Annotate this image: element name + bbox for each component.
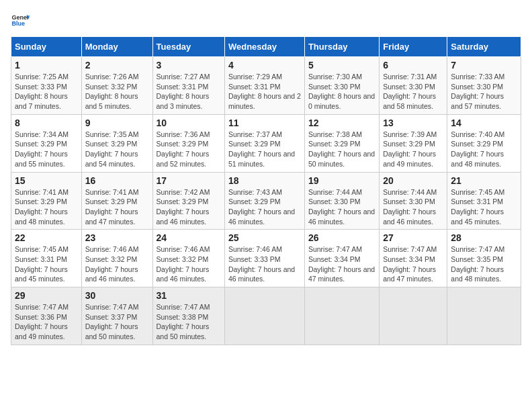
day-detail: Sunrise: 7:42 AM Sunset: 3:29 PM Dayligh…: [157, 187, 221, 227]
calendar-header-monday: Monday: [81, 37, 152, 57]
calendar-cell: 28 Sunrise: 7:47 AM Sunset: 3:35 PM Dayl…: [447, 230, 521, 287]
calendar-cell: 30 Sunrise: 7:47 AM Sunset: 3:37 PM Dayl…: [81, 287, 152, 345]
day-number: 16: [85, 175, 149, 186]
day-detail: Sunrise: 7:38 AM Sunset: 3:29 PM Dayligh…: [308, 130, 375, 169]
day-number: 14: [451, 118, 517, 128]
day-number: 18: [228, 175, 301, 186]
calendar-cell: 12 Sunrise: 7:38 AM Sunset: 3:29 PM Dayl…: [304, 114, 379, 172]
day-number: 2: [85, 60, 149, 71]
day-number: 6: [383, 60, 443, 71]
day-number: 29: [15, 290, 78, 301]
calendar-cell: [380, 287, 447, 345]
day-number: 7: [451, 60, 517, 71]
calendar-cell: 13 Sunrise: 7:39 AM Sunset: 3:29 PM Dayl…: [380, 114, 447, 172]
day-detail: Sunrise: 7:45 AM Sunset: 3:31 PM Dayligh…: [15, 244, 78, 284]
day-number: 3: [157, 60, 221, 71]
calendar-week-row: 15 Sunrise: 7:41 AM Sunset: 3:29 PM Dayl…: [11, 172, 521, 230]
day-number: 23: [85, 232, 149, 243]
calendar-cell: 17 Sunrise: 7:42 AM Sunset: 3:29 PM Dayl…: [152, 172, 224, 230]
calendar-cell: 9 Sunrise: 7:35 AM Sunset: 3:29 PM Dayli…: [81, 114, 152, 172]
day-detail: Sunrise: 7:47 AM Sunset: 3:34 PM Dayligh…: [383, 244, 443, 284]
day-number: 25: [228, 232, 301, 243]
calendar-cell: 19 Sunrise: 7:44 AM Sunset: 3:30 PM Dayl…: [304, 172, 379, 230]
day-number: 30: [85, 290, 149, 301]
calendar-cell: 29 Sunrise: 7:47 AM Sunset: 3:36 PM Dayl…: [11, 287, 82, 345]
day-detail: Sunrise: 7:39 AM Sunset: 3:29 PM Dayligh…: [383, 130, 443, 169]
calendar-cell: 27 Sunrise: 7:47 AM Sunset: 3:34 PM Dayl…: [380, 230, 447, 287]
day-number: 19: [308, 175, 375, 186]
calendar-cell: 14 Sunrise: 7:40 AM Sunset: 3:29 PM Dayl…: [447, 114, 521, 172]
calendar-cell: 5 Sunrise: 7:30 AM Sunset: 3:30 PM Dayli…: [304, 57, 379, 115]
day-number: 21: [451, 175, 517, 186]
day-number: 8: [15, 118, 78, 128]
svg-text:Blue: Blue: [11, 20, 25, 27]
calendar-header-thursday: Thursday: [304, 37, 379, 57]
day-number: 26: [308, 232, 375, 243]
day-number: 31: [157, 290, 221, 301]
day-detail: Sunrise: 7:44 AM Sunset: 3:30 PM Dayligh…: [383, 187, 443, 227]
calendar-week-row: 8 Sunrise: 7:34 AM Sunset: 3:29 PM Dayli…: [11, 114, 521, 172]
day-detail: Sunrise: 7:41 AM Sunset: 3:29 PM Dayligh…: [15, 187, 78, 227]
day-detail: Sunrise: 7:41 AM Sunset: 3:29 PM Dayligh…: [85, 187, 149, 227]
calendar-cell: 20 Sunrise: 7:44 AM Sunset: 3:30 PM Dayl…: [380, 172, 447, 230]
calendar-cell: 10 Sunrise: 7:36 AM Sunset: 3:29 PM Dayl…: [152, 114, 224, 172]
day-number: 17: [157, 175, 221, 186]
day-detail: Sunrise: 7:46 AM Sunset: 3:32 PM Dayligh…: [157, 244, 221, 284]
calendar-cell: 16 Sunrise: 7:41 AM Sunset: 3:29 PM Dayl…: [81, 172, 152, 230]
day-detail: Sunrise: 7:36 AM Sunset: 3:29 PM Dayligh…: [157, 130, 221, 169]
day-number: 13: [383, 118, 443, 128]
day-detail: Sunrise: 7:47 AM Sunset: 3:35 PM Dayligh…: [451, 244, 517, 284]
calendar-header-friday: Friday: [380, 37, 447, 57]
calendar-cell: [304, 287, 379, 345]
calendar-cell: 8 Sunrise: 7:34 AM Sunset: 3:29 PM Dayli…: [11, 114, 82, 172]
calendar-header-saturday: Saturday: [447, 37, 521, 57]
calendar-cell: 24 Sunrise: 7:46 AM Sunset: 3:32 PM Dayl…: [152, 230, 224, 287]
calendar-header-wednesday: Wednesday: [224, 37, 304, 57]
calendar-cell: 15 Sunrise: 7:41 AM Sunset: 3:29 PM Dayl…: [11, 172, 82, 230]
day-number: 10: [157, 118, 221, 128]
logo: General Blue: [11, 11, 30, 30]
calendar-cell: 21 Sunrise: 7:45 AM Sunset: 3:31 PM Dayl…: [447, 172, 521, 230]
calendar-week-row: 1 Sunrise: 7:25 AM Sunset: 3:33 PM Dayli…: [11, 57, 521, 115]
day-number: 11: [228, 118, 301, 128]
day-detail: Sunrise: 7:47 AM Sunset: 3:37 PM Dayligh…: [85, 302, 149, 342]
day-number: 28: [451, 232, 517, 243]
calendar-week-row: 29 Sunrise: 7:47 AM Sunset: 3:36 PM Dayl…: [11, 287, 521, 345]
day-detail: Sunrise: 7:45 AM Sunset: 3:31 PM Dayligh…: [451, 187, 517, 227]
calendar-cell: [447, 287, 521, 345]
calendar-week-row: 22 Sunrise: 7:45 AM Sunset: 3:31 PM Dayl…: [11, 230, 521, 287]
calendar-header-tuesday: Tuesday: [152, 37, 224, 57]
calendar-cell: 2 Sunrise: 7:26 AM Sunset: 3:32 PM Dayli…: [81, 57, 152, 115]
day-number: 1: [15, 60, 78, 71]
calendar-cell: 31 Sunrise: 7:47 AM Sunset: 3:38 PM Dayl…: [152, 287, 224, 345]
day-detail: Sunrise: 7:44 AM Sunset: 3:30 PM Dayligh…: [308, 187, 375, 227]
day-number: 27: [383, 232, 443, 243]
calendar-cell: 4 Sunrise: 7:29 AM Sunset: 3:31 PM Dayli…: [224, 57, 304, 115]
day-number: 22: [15, 232, 78, 243]
calendar-cell: [224, 287, 304, 345]
calendar-cell: 26 Sunrise: 7:47 AM Sunset: 3:34 PM Dayl…: [304, 230, 379, 287]
day-number: 12: [308, 118, 375, 128]
calendar-cell: 25 Sunrise: 7:46 AM Sunset: 3:33 PM Dayl…: [224, 230, 304, 287]
day-detail: Sunrise: 7:37 AM Sunset: 3:29 PM Dayligh…: [228, 130, 301, 169]
calendar-cell: 22 Sunrise: 7:45 AM Sunset: 3:31 PM Dayl…: [11, 230, 82, 287]
day-detail: Sunrise: 7:40 AM Sunset: 3:29 PM Dayligh…: [451, 130, 517, 169]
day-detail: Sunrise: 7:47 AM Sunset: 3:36 PM Dayligh…: [15, 302, 78, 342]
logo-icon: General Blue: [11, 11, 30, 30]
calendar-header-sunday: Sunday: [11, 37, 82, 57]
day-detail: Sunrise: 7:35 AM Sunset: 3:29 PM Dayligh…: [85, 130, 149, 169]
day-number: 24: [157, 232, 221, 243]
calendar-cell: 6 Sunrise: 7:31 AM Sunset: 3:30 PM Dayli…: [380, 57, 447, 115]
calendar-cell: 3 Sunrise: 7:27 AM Sunset: 3:31 PM Dayli…: [152, 57, 224, 115]
day-detail: Sunrise: 7:26 AM Sunset: 3:32 PM Dayligh…: [85, 72, 149, 111]
day-number: 5: [308, 60, 375, 71]
day-detail: Sunrise: 7:29 AM Sunset: 3:31 PM Dayligh…: [228, 72, 301, 111]
calendar-cell: 7 Sunrise: 7:33 AM Sunset: 3:30 PM Dayli…: [447, 57, 521, 115]
calendar-cell: 1 Sunrise: 7:25 AM Sunset: 3:33 PM Dayli…: [11, 57, 82, 115]
day-number: 20: [383, 175, 443, 186]
day-detail: Sunrise: 7:27 AM Sunset: 3:31 PM Dayligh…: [157, 72, 221, 111]
day-detail: Sunrise: 7:46 AM Sunset: 3:32 PM Dayligh…: [85, 244, 149, 284]
day-number: 15: [15, 175, 78, 186]
calendar-cell: 23 Sunrise: 7:46 AM Sunset: 3:32 PM Dayl…: [81, 230, 152, 287]
header: General Blue: [11, 11, 521, 30]
